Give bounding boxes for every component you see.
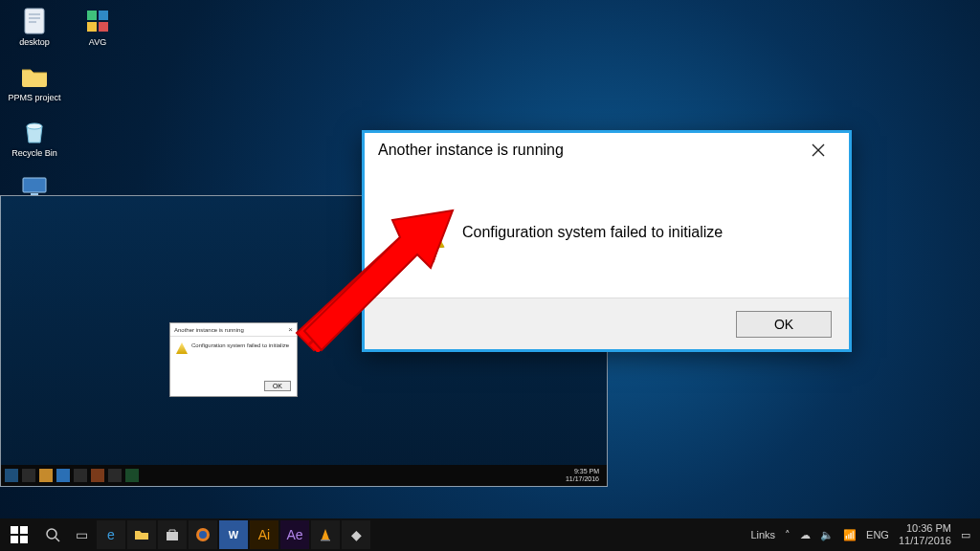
taskbar-app-store[interactable] — [158, 520, 187, 549]
svg-rect-16 — [11, 526, 18, 534]
taskbar-app-generic[interactable]: ◆ — [342, 520, 370, 549]
dialog-message: Configuration system failed to initializ… — [462, 224, 723, 241]
taskbar-app-explorer[interactable] — [127, 520, 156, 549]
nested-task-icon[interactable] — [91, 469, 104, 482]
nested-task-icon[interactable] — [125, 469, 139, 482]
taskbar-app-vlc[interactable] — [311, 520, 340, 549]
system-tray: Links ˄ ☁ 🔈 📶 ENG 10:36 PM 11/17/2016 ▭ — [750, 522, 980, 546]
svg-rect-17 — [20, 526, 28, 534]
svg-rect-19 — [20, 536, 28, 543]
nested-dialog-titlebar: Another instance is running × — [170, 323, 297, 337]
desktop-icon-label: Recycle Bin — [11, 149, 57, 159]
nested-task-icon[interactable] — [108, 469, 122, 482]
desktop-icon-ppms[interactable]: PPMS project — [6, 61, 63, 103]
desktop-icon-avg[interactable]: AVG — [69, 6, 126, 48]
nested-clock-time: 9:35 PM — [566, 468, 599, 475]
svg-rect-9 — [99, 11, 108, 20]
taskbar-clock[interactable]: 10:36 PM 11/17/2016 — [899, 522, 951, 546]
nested-task-icon[interactable] — [56, 469, 70, 482]
dialog-content: ! Configuration system failed to initial… — [365, 167, 849, 298]
clock-time: 10:36 PM — [899, 522, 951, 535]
taskbar-app-firefox[interactable] — [189, 520, 217, 549]
ok-button[interactable]: OK — [736, 311, 832, 338]
nested-dialog-message: Configuration system failed to initializ… — [191, 342, 289, 348]
recycle-bin-icon — [19, 117, 50, 147]
desktop-icon-label: PPMS project — [8, 94, 60, 103]
warning-icon: ! — [407, 213, 445, 252]
nested-task-icon[interactable] — [22, 469, 35, 482]
chevron-up-icon[interactable]: ˄ — [785, 529, 791, 541]
taskbar: ▭ e W Ai Ae ◆ Links ˄ ☁ 🔈 📶 ENG 10:36 PM… — [0, 518, 980, 551]
svg-rect-25 — [321, 540, 330, 541]
svg-rect-8 — [87, 11, 97, 20]
dialog-button-row: OK — [365, 298, 849, 349]
svg-marker-24 — [322, 529, 329, 540]
warning-icon — [176, 342, 188, 354]
close-icon — [812, 143, 825, 157]
taskbar-app-aftereffects[interactable]: Ae — [280, 520, 309, 549]
windows-logo-icon — [11, 526, 28, 543]
tray-links-label[interactable]: Links — [750, 529, 775, 540]
dialog-title: Another instance is running — [378, 142, 564, 159]
volume-icon[interactable]: 🔈 — [820, 529, 834, 541]
nested-clock: 9:35 PM 11/17/2016 — [566, 468, 603, 482]
nested-dialog-body: Configuration system failed to initializ… — [170, 337, 297, 354]
taskbar-app-illustrator[interactable]: Ai — [250, 520, 278, 549]
close-icon[interactable]: × — [288, 325, 293, 334]
desktop-icon-label: desktop — [19, 38, 50, 48]
svg-rect-18 — [11, 536, 18, 543]
notifications-icon[interactable]: ▭ — [961, 529, 970, 541]
nested-dialog-buttons: OK — [264, 375, 291, 392]
clock-date: 11/17/2016 — [899, 535, 951, 547]
svg-rect-2 — [29, 17, 40, 19]
folder-icon — [19, 61, 50, 92]
onedrive-icon[interactable]: ☁ — [800, 529, 811, 541]
nested-error-dialog: Another instance is running × Configurat… — [169, 322, 298, 397]
nested-task-icon[interactable] — [39, 469, 53, 482]
dialog-titlebar[interactable]: Another instance is running — [365, 133, 849, 167]
svg-rect-5 — [23, 178, 46, 192]
nested-taskbar: 9:35 PM 11/17/2016 — [1, 465, 607, 486]
desktop-icon-recyclebin[interactable]: Recycle Bin — [6, 117, 63, 159]
desktop-icon-label: AVG — [89, 38, 106, 48]
generic-file-icon — [19, 6, 50, 36]
nested-dialog-title: Another instance is running — [174, 327, 244, 333]
svg-rect-11 — [99, 22, 108, 32]
start-button[interactable] — [0, 518, 38, 551]
nested-start-button[interactable] — [5, 469, 18, 482]
desktop-icons-column-2: AVG — [69, 6, 126, 48]
search-icon[interactable] — [38, 520, 67, 549]
nested-clock-date: 11/17/2016 — [566, 475, 599, 483]
ok-button[interactable]: OK — [264, 381, 291, 391]
desktop-icon-desktop[interactable]: desktop — [6, 6, 63, 48]
taskbar-app-edge[interactable]: e — [97, 520, 125, 549]
svg-rect-3 — [29, 21, 36, 23]
network-icon[interactable]: 📶 — [843, 529, 857, 541]
avg-icon — [82, 6, 113, 36]
taskbar-app-word[interactable]: W — [219, 520, 248, 549]
svg-point-23 — [199, 531, 207, 539]
nested-task-icon[interactable] — [74, 469, 87, 482]
task-view-icon[interactable]: ▭ — [67, 520, 96, 549]
svg-rect-21 — [167, 532, 178, 540]
error-dialog: Another instance is running ! Configurat… — [362, 130, 852, 352]
close-button[interactable] — [797, 136, 839, 165]
language-indicator[interactable]: ENG — [866, 529, 889, 540]
svg-rect-1 — [29, 13, 40, 15]
svg-rect-10 — [87, 22, 97, 32]
desktop-icons-column: desktop PPMS project Recycle Bin This PC — [6, 6, 63, 214]
svg-point-4 — [27, 123, 42, 129]
svg-point-20 — [47, 529, 56, 539]
